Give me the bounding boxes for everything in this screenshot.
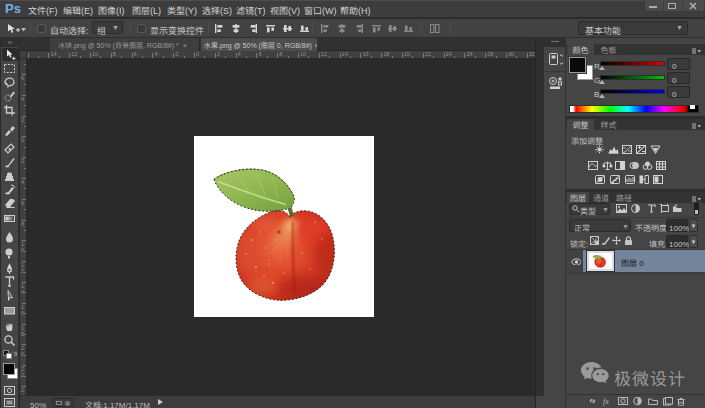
svg-text:fx: fx [603, 397, 609, 406]
